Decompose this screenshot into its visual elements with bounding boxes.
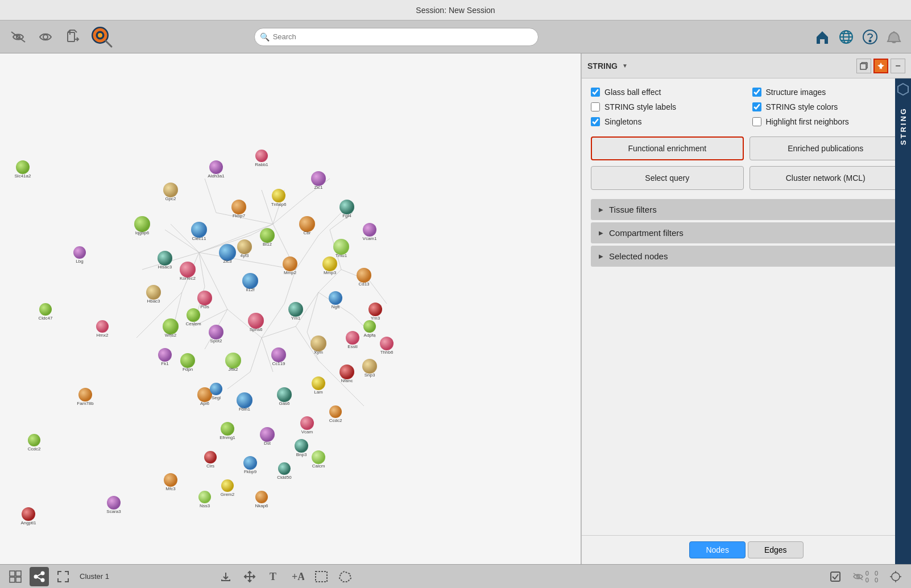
svg-point-65	[39, 303, 52, 316]
svg-point-97	[180, 262, 196, 278]
bottom-right-stats: 0 0 0 0	[826, 567, 905, 586]
structure-images-label: Structure images	[766, 88, 826, 97]
cluster-label: Cluster 1	[80, 572, 109, 581]
share-icon[interactable]	[30, 567, 49, 586]
svg-text:Ceslem: Ceslem	[185, 321, 201, 326]
tissue-filters-header[interactable]: ▶ Tissue filters	[591, 199, 902, 220]
svg-point-141	[310, 336, 326, 351]
svg-text:Scara3: Scara3	[106, 509, 121, 514]
svg-point-111	[146, 285, 161, 300]
compartment-filters-label: Compartment filters	[609, 228, 684, 238]
cluster-network-button[interactable]: Cluster network (MCL)	[749, 166, 902, 190]
svg-point-127	[288, 302, 303, 317]
home-icon[interactable]	[812, 27, 833, 47]
checkboxes-section: Glass ball effect Structure images STRIN…	[591, 88, 902, 126]
panel-header: STRING ▼ −	[582, 53, 911, 78]
network-canvas[interactable]: Slc41a2 Cldc47 Ccdc2 Fam78b Lbg Hmx2 Ang…	[0, 53, 581, 564]
svg-point-179	[158, 348, 172, 362]
svg-point-87	[158, 251, 172, 266]
compartment-filters-header[interactable]: ▶ Compartment filters	[591, 222, 902, 243]
highlight-neighbors-checkbox-item[interactable]: Highlight first neighbors	[752, 117, 902, 126]
svg-text:Bnp3: Bnp3	[296, 452, 307, 457]
svg-text:4yf3: 4yf3	[240, 253, 249, 258]
svg-text:Spns6: Spns6	[250, 327, 263, 332]
svg-line-59	[199, 252, 205, 287]
svg-point-147	[237, 392, 252, 408]
selected-nodes-header[interactable]: ▶ Selected nodes	[591, 246, 902, 267]
svg-point-133	[368, 303, 382, 316]
svg-text:Ngtt: Ngtt	[332, 304, 340, 309]
edges-tab[interactable]: Edges	[748, 541, 804, 558]
enriched-publications-button[interactable]: Enriched publications	[749, 136, 902, 160]
tissue-filters-label: Tissue filters	[609, 205, 657, 214]
string-search-button[interactable]	[89, 24, 115, 50]
singletons-checkbox-item[interactable]: Singletons	[591, 117, 741, 126]
singletons-label: Singletons	[604, 117, 641, 126]
structure-images-checkbox-item[interactable]: Structure images	[752, 88, 902, 97]
export-icon[interactable]	[61, 26, 84, 48]
svg-text:Tnfaip6: Tnfaip6	[271, 202, 287, 207]
svg-point-137	[225, 353, 241, 368]
panel-dropdown-arrow[interactable]: ▼	[622, 63, 628, 69]
panel-pin-btn[interactable]	[873, 59, 888, 73]
svg-point-71	[73, 246, 86, 259]
string-style-colors-checkbox-item[interactable]: STRING style colors	[752, 102, 902, 111]
string-style-labels-checkbox-item[interactable]: STRING style labels	[591, 102, 741, 111]
svg-text:Cc119: Cc119	[272, 361, 285, 366]
svg-text:Clrs: Clrs	[206, 463, 214, 469]
hide-network-icon[interactable]	[7, 26, 30, 48]
select-rect-icon[interactable]	[312, 567, 331, 586]
glass-ball-checkbox-item[interactable]: Glass ball effect	[591, 88, 741, 97]
checkbox-icon[interactable]	[826, 567, 845, 586]
string-style-labels-checkbox[interactable]	[591, 102, 600, 111]
move-icon[interactable]	[240, 567, 259, 586]
svg-point-89	[191, 222, 207, 238]
search-input[interactable]	[254, 28, 539, 46]
svg-rect-195	[860, 64, 866, 69]
panel-title: STRING	[587, 61, 618, 71]
svg-point-131	[357, 268, 371, 283]
highlight-neighbors-checkbox[interactable]	[752, 117, 761, 126]
svg-point-83	[255, 150, 268, 162]
compartment-filters-section: ▶ Compartment filters	[591, 222, 902, 243]
crosshair-icon[interactable]	[886, 567, 905, 586]
nodes-tab[interactable]: Nodes	[689, 541, 745, 558]
svg-text:Fk1: Fk1	[161, 361, 169, 366]
globe-icon[interactable]	[836, 27, 856, 47]
svg-text:Zic1: Zic1	[314, 185, 323, 190]
svg-text:Hmx2: Hmx2	[97, 333, 109, 338]
svg-point-153	[339, 365, 354, 379]
svg-text:Iqgbp6: Iqgbp6	[135, 230, 150, 235]
structure-images-checkbox[interactable]	[752, 88, 761, 97]
svg-text:Cldd50: Cldd50	[277, 475, 292, 480]
panel-close-btn[interactable]: −	[891, 59, 905, 73]
svg-point-105	[339, 200, 354, 214]
glass-ball-checkbox[interactable]	[591, 88, 600, 97]
window-title: Session: New Session	[416, 6, 495, 15]
string-vertical-tab[interactable]: STRING	[895, 78, 911, 564]
export-arrow-icon[interactable]	[216, 567, 235, 586]
stat-hidden-top: 0	[866, 570, 869, 577]
functional-enrichment-button[interactable]: Functional enrichment	[591, 136, 744, 160]
maximize-icon[interactable]	[53, 567, 73, 586]
svg-point-175	[237, 239, 252, 254]
svg-text:Spot2: Spot2	[210, 338, 222, 343]
text-tool-icon[interactable]: T	[264, 567, 283, 586]
select-lasso-icon[interactable]	[336, 567, 355, 586]
search-icon: 🔍	[260, 32, 270, 42]
panel-header-actions: −	[856, 59, 905, 73]
svg-text:Aldh3a1: Aldh3a1	[208, 173, 225, 179]
string-style-colors-checkbox[interactable]	[752, 102, 761, 111]
singletons-checkbox[interactable]	[591, 117, 600, 126]
panel-restore-btn[interactable]	[856, 59, 871, 73]
select-tool-icon[interactable]: +A	[288, 567, 307, 586]
svg-point-16	[869, 40, 871, 42]
svg-text:Fkbp9: Fkbp9	[244, 469, 257, 474]
grid-view-icon[interactable]	[6, 567, 25, 586]
select-query-button[interactable]: Select query	[591, 166, 744, 190]
search-bar[interactable]: 🔍	[254, 28, 539, 46]
help-icon[interactable]	[860, 27, 880, 47]
svg-rect-215	[316, 572, 327, 582]
notification-icon[interactable]	[884, 27, 904, 47]
show-network-icon[interactable]	[34, 26, 57, 48]
